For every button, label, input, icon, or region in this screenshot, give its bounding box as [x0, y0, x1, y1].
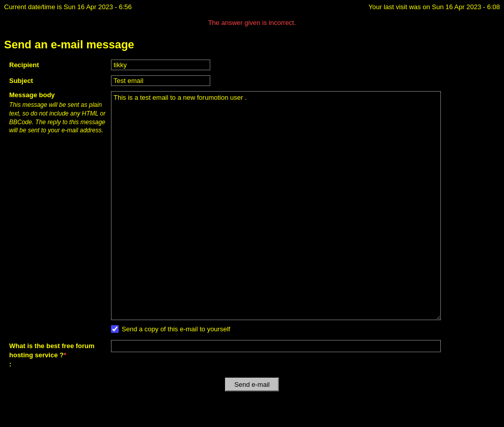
copy-label: Send a copy of this e-mail to yourself	[122, 325, 230, 333]
message-body-textarea[interactable]: This is a test email to a new forumotion…	[111, 91, 441, 320]
captcha-suffix: :	[9, 360, 11, 368]
current-datetime: Current date/time is Sun 16 Apr 2023 - 6…	[4, 3, 132, 11]
subject-input[interactable]	[111, 75, 210, 86]
message-body-note: This message will be sent as plain text,…	[9, 101, 105, 134]
captcha-required: *	[64, 351, 66, 359]
recipient-input[interactable]	[111, 60, 210, 70]
page-title: Send an e-mail message	[4, 38, 134, 51]
send-email-button[interactable]: Send e-mail	[225, 378, 278, 391]
message-body-label: Message body	[9, 91, 111, 99]
last-visit: Your last visit was on Sun 16 Apr 2023 -…	[369, 3, 500, 11]
captcha-label: What is the best free forum hosting serv…	[9, 342, 95, 359]
copy-checkbox[interactable]	[111, 325, 119, 333]
subject-label: Subject	[9, 77, 33, 84]
recipient-label: Recipient	[9, 61, 39, 69]
captcha-input[interactable]	[111, 340, 441, 352]
error-message: The answer given is incorrect.	[208, 19, 296, 26]
